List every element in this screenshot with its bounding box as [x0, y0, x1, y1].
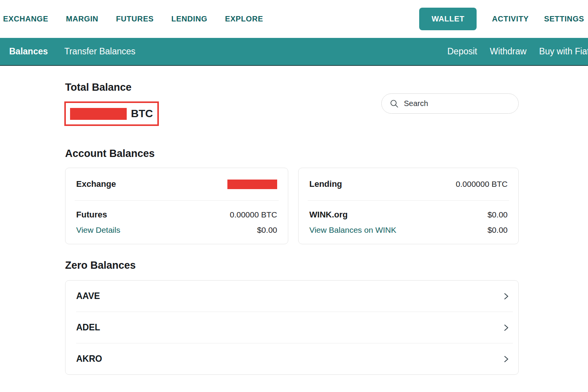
ticker-label: AKRO	[76, 354, 102, 364]
list-item-aave[interactable]: AAVE	[65, 281, 518, 312]
wink-label: WINK.org	[309, 210, 348, 220]
view-balances-on-wink-link[interactable]: View Balances on WINK	[309, 225, 396, 235]
wallet-subnav: Balances Transfer Balances Deposit Withd…	[0, 38, 588, 66]
lending-btc-value: 0.000000 BTC	[456, 180, 508, 189]
tab-transfer-balances[interactable]: Transfer Balances	[64, 46, 136, 57]
redacted-exchange-amount	[227, 180, 277, 189]
nav-item-exchange[interactable]: EXCHANGE	[3, 15, 48, 23]
total-balance-title: Total Balance	[65, 66, 519, 93]
zero-balances-title: Zero Balances	[65, 260, 519, 271]
futures-usd-value: $0.00	[257, 225, 277, 235]
account-balance-cards: Exchange Futures 0.00000 BTC View Detail…	[65, 168, 519, 244]
exchange-balance-card: Exchange Futures 0.00000 BTC View Detail…	[65, 168, 288, 244]
zero-balances-list: AAVE ADEL AKRO	[65, 280, 519, 375]
futures-btc-value: 0.00000 BTC	[230, 210, 277, 219]
nav-item-wallet[interactable]: WALLET	[419, 8, 477, 30]
exchange-label: Exchange	[76, 179, 116, 189]
wink-usd-value: $0.00	[487, 210, 508, 219]
search-input[interactable]	[404, 99, 511, 108]
chevron-right-icon	[503, 355, 510, 363]
list-item-akro[interactable]: AKRO	[65, 343, 518, 374]
nav-item-futures[interactable]: FUTURES	[116, 15, 154, 23]
tab-balances[interactable]: Balances	[9, 46, 48, 57]
wallet-subnav-actions: Deposit Withdraw Buy with Fiat	[448, 46, 588, 57]
wallet-balances-page: Total Balance BTC Account Balances Excha…	[65, 66, 519, 375]
nav-item-lending[interactable]: LENDING	[172, 15, 207, 23]
wallet-subnav-tabs: Balances Transfer Balances	[9, 46, 136, 57]
lending-label: Lending	[309, 179, 342, 189]
deposit-button[interactable]: Deposit	[448, 46, 477, 57]
nav-item-settings[interactable]: SETTINGS	[544, 15, 584, 23]
main-nav-links: EXCHANGE MARGIN FUTURES LENDING EXPLORE	[3, 15, 263, 23]
account-balances-title: Account Balances	[65, 148, 519, 160]
total-balance-redaction-box: BTC	[64, 101, 159, 126]
redacted-total-amount	[70, 108, 127, 120]
total-balance-currency: BTC	[131, 108, 153, 120]
buy-with-fiat-button[interactable]: Buy with Fiat	[539, 46, 588, 57]
list-item-adel[interactable]: ADEL	[65, 312, 518, 343]
search-icon	[390, 99, 399, 108]
futures-label: Futures	[76, 210, 107, 220]
top-navigation: EXCHANGE MARGIN FUTURES LENDING EXPLORE …	[0, 0, 588, 38]
nav-item-margin[interactable]: MARGIN	[66, 15, 98, 23]
chevron-right-icon	[503, 292, 510, 301]
view-details-link[interactable]: View Details	[76, 225, 120, 235]
ticker-label: AAVE	[76, 291, 100, 301]
nav-item-activity[interactable]: ACTIVITY	[492, 15, 529, 23]
search-box[interactable]	[381, 93, 519, 114]
nav-item-explore[interactable]: EXPLORE	[225, 15, 263, 23]
account-nav-links: WALLET ACTIVITY SETTINGS	[419, 8, 584, 30]
chevron-right-icon	[503, 323, 510, 332]
ticker-label: ADEL	[76, 322, 100, 333]
lending-balance-card: Lending 0.000000 BTC WINK.org $0.00 View…	[298, 168, 519, 244]
withdraw-button[interactable]: Withdraw	[490, 46, 526, 57]
wink-usd-value-2: $0.00	[487, 225, 508, 235]
